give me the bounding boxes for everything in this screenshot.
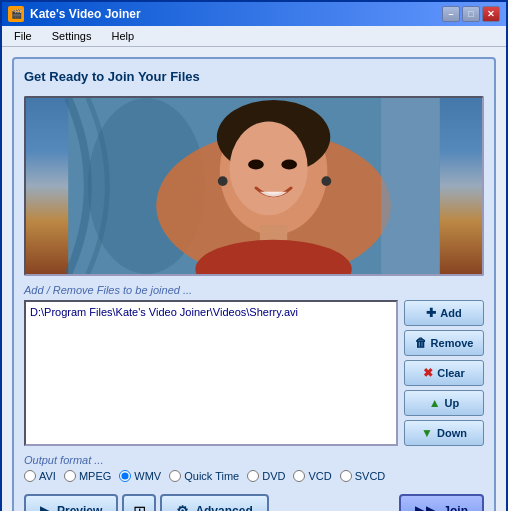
- join-label: Join: [443, 504, 468, 511]
- grid-icon: ⊞: [133, 502, 146, 512]
- close-button[interactable]: ✕: [482, 6, 500, 22]
- format-vcd-radio[interactable]: [293, 470, 305, 482]
- svg-point-10: [218, 176, 228, 186]
- svg-rect-12: [381, 98, 440, 274]
- title-bar: 🎬 Kate's Video Joiner – □ ✕: [2, 2, 506, 26]
- format-svcd-label: SVCD: [355, 470, 386, 482]
- format-avi-label: AVI: [39, 470, 56, 482]
- format-wmv[interactable]: WMV: [119, 470, 161, 482]
- files-label: Add / Remove Files to be joined ...: [24, 284, 484, 296]
- files-row: D:\Program Files\Kate's Video Joiner\Vid…: [24, 300, 484, 446]
- photo-simulation: [26, 98, 482, 274]
- format-mpeg-label: MPEG: [79, 470, 111, 482]
- format-options-row: AVI MPEG WMV Quick Time: [24, 470, 484, 482]
- window-title: Kate's Video Joiner: [30, 7, 141, 21]
- join-icon: ▶▶: [415, 503, 437, 511]
- main-window: 🎬 Kate's Video Joiner – □ ✕ File Setting…: [0, 0, 508, 511]
- preview-label: Preview: [57, 504, 102, 511]
- grid-button[interactable]: ⊞: [122, 494, 156, 511]
- format-mpeg-radio[interactable]: [64, 470, 76, 482]
- format-quicktime[interactable]: Quick Time: [169, 470, 239, 482]
- files-section: Add / Remove Files to be joined ... D:\P…: [24, 284, 484, 446]
- restore-button[interactable]: □: [462, 6, 480, 22]
- format-mpeg[interactable]: MPEG: [64, 470, 111, 482]
- down-icon: ▼: [421, 426, 433, 440]
- menu-file[interactable]: File: [6, 28, 40, 44]
- advanced-icon: ⚙: [176, 503, 189, 511]
- format-wmv-radio[interactable]: [119, 470, 131, 482]
- format-svcd-radio[interactable]: [340, 470, 352, 482]
- svg-point-6: [248, 160, 264, 170]
- output-format-label: Output format ...: [24, 454, 484, 466]
- minimize-button[interactable]: –: [442, 6, 460, 22]
- format-svcd[interactable]: SVCD: [340, 470, 386, 482]
- preview-button[interactable]: ▶ Preview: [24, 494, 118, 511]
- advanced-button[interactable]: ⚙ Advanced: [160, 494, 268, 511]
- preview-play-icon: ▶: [40, 503, 51, 511]
- bottom-left-buttons: ▶ Preview ⊞ ⚙ Advanced: [24, 494, 269, 511]
- format-dvd-radio[interactable]: [247, 470, 259, 482]
- up-button[interactable]: ▲ Up: [404, 390, 484, 416]
- clear-icon: ✖: [423, 366, 433, 380]
- bottom-bar: ▶ Preview ⊞ ⚙ Advanced ▶▶ Join: [24, 490, 484, 511]
- svg-point-7: [281, 160, 297, 170]
- panel-title: Get Ready to Join Your Files: [24, 69, 484, 84]
- add-button[interactable]: ✚ Add: [404, 300, 484, 326]
- format-quicktime-radio[interactable]: [169, 470, 181, 482]
- add-icon: ✚: [426, 306, 436, 320]
- main-content: Get Ready to Join Your Files: [2, 47, 506, 511]
- format-avi-radio[interactable]: [24, 470, 36, 482]
- output-format-section: Output format ... AVI MPEG WMV: [24, 454, 484, 482]
- format-quicktime-label: Quick Time: [184, 470, 239, 482]
- remove-button[interactable]: 🗑 Remove: [404, 330, 484, 356]
- svg-point-11: [321, 176, 331, 186]
- format-wmv-label: WMV: [134, 470, 161, 482]
- format-vcd-label: VCD: [308, 470, 331, 482]
- photo-svg: [26, 98, 482, 274]
- menu-help[interactable]: Help: [103, 28, 142, 44]
- files-list[interactable]: D:\Program Files\Kate's Video Joiner\Vid…: [24, 300, 398, 446]
- inner-panel: Get Ready to Join Your Files: [12, 57, 496, 511]
- preview-image: [24, 96, 484, 276]
- file-entry: D:\Program Files\Kate's Video Joiner\Vid…: [30, 306, 392, 318]
- down-button[interactable]: ▼ Down: [404, 420, 484, 446]
- format-avi[interactable]: AVI: [24, 470, 56, 482]
- files-buttons: ✚ Add 🗑 Remove ✖ Clear ▲: [404, 300, 484, 446]
- remove-icon: 🗑: [415, 336, 427, 350]
- app-icon: 🎬: [8, 6, 24, 22]
- title-controls: – □ ✕: [442, 6, 500, 22]
- menu-settings[interactable]: Settings: [44, 28, 100, 44]
- format-dvd[interactable]: DVD: [247, 470, 285, 482]
- format-dvd-label: DVD: [262, 470, 285, 482]
- title-bar-left: 🎬 Kate's Video Joiner: [8, 6, 141, 22]
- svg-point-5: [230, 121, 308, 215]
- menu-bar: File Settings Help: [2, 26, 506, 47]
- join-button[interactable]: ▶▶ Join: [399, 494, 484, 511]
- up-icon: ▲: [429, 396, 441, 410]
- format-vcd[interactable]: VCD: [293, 470, 331, 482]
- advanced-label: Advanced: [195, 504, 252, 511]
- clear-button[interactable]: ✖ Clear: [404, 360, 484, 386]
